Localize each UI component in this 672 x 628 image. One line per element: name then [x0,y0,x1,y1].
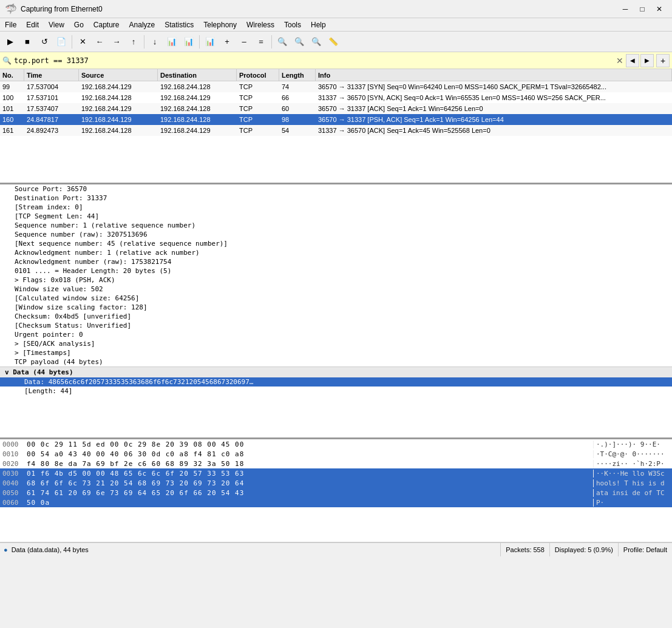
filter-expr-button[interactable]: 🔍 [274,34,290,50]
detail-line[interactable]: v Data (44 bytes) [0,366,672,377]
hex-ascii: P· [593,499,672,507]
restart-capture-button[interactable]: ↺ [36,34,52,50]
filter-add-button[interactable]: + [656,54,670,67]
packet-header-time[interactable]: Time [24,69,79,81]
detail-line[interactable]: [Next sequence number: 45 (relative sequ… [0,239,672,248]
detail-line[interactable]: > [SEQ/ACK analysis] [0,339,672,348]
scroll-end-button[interactable]: ↓ [147,34,163,50]
packet-cell-time: 24.847817 [24,116,79,123]
detail-line[interactable]: Sequence number (raw): 3207513696 [0,230,672,239]
hex-bytes: 50 0a [24,499,593,507]
colorize-button[interactable]: 🔍 [291,34,307,50]
detail-line[interactable]: Checksum: 0x4bd5 [unverified] [0,312,672,321]
packet-row[interactable]: 10017.537101192.168.244.128192.168.244.1… [0,92,672,103]
filter-prev-button[interactable]: ◀ [626,54,639,67]
hex-row[interactable]: 005061 74 61 20 69 6e 73 69 64 65 20 6f … [0,488,672,498]
hex-row[interactable]: 0020f4 80 8e da 7a 69 bf 2e c6 60 68 89 … [0,459,672,468]
packet-cell-protocol: TCP [237,94,279,101]
hex-row[interactable]: 000000 0c 29 11 5d ed 00 0c 29 8e 20 39 … [0,439,672,449]
detail-line[interactable]: [Calculated window size: 64256] [0,294,672,303]
info-button[interactable]: 📏 [325,34,341,50]
packet-cell-length: 60 [279,105,316,112]
packet-cell-length: 98 [279,116,316,123]
next-packet-button[interactable]: = [253,34,269,50]
detail-line[interactable]: Urgent pointer: 0 [0,330,672,339]
status-right: Packets: 558 Displayed: 5 (0.9%) Profile… [500,543,672,556]
forward-button[interactable]: → [109,34,124,50]
hex-ascii: ····zi·· ·`h·2:P· [593,460,672,468]
detail-line[interactable]: [Stream index: 0] [0,203,672,212]
detail-line[interactable]: 0101 .... = Header Length: 20 bytes (5) [0,266,672,275]
status-profile: Profile: Default [618,543,672,556]
menu-item-edit[interactable]: Edit [21,18,44,32]
packet-cell-time: 17.537101 [24,94,79,101]
packet-cell-time: 17.537407 [24,105,79,112]
menu-item-file[interactable]: File [0,18,21,32]
packet-header-info[interactable]: Info [316,69,672,81]
filter-input[interactable] [14,54,614,67]
go-to-packet-button[interactable]: + [219,34,235,50]
menu-item-help[interactable]: Help [306,18,331,32]
scroll-start-button[interactable]: ↑ [126,34,141,50]
back-button[interactable]: ← [92,34,107,50]
detail-line[interactable]: Sequence number: 1 (relative sequence nu… [0,221,672,230]
filter-clear-button[interactable]: ✕ [616,56,623,66]
zoom-out-button[interactable]: 📊 [181,34,197,50]
hex-row[interactable]: 001000 54 a0 43 40 00 40 06 30 0d c0 a8 … [0,449,672,459]
open-file-button[interactable]: 📄 [53,34,69,50]
menu-item-go[interactable]: Go [69,18,89,32]
menu-item-view[interactable]: View [44,18,69,32]
detail-line[interactable]: [Checksum Status: Unverified] [0,321,672,330]
packet-row[interactable]: 16124.892473192.168.244.128192.168.244.1… [0,125,672,136]
close-button[interactable]: ✕ [651,3,667,15]
detail-line[interactable]: TCP payload (44 bytes) [0,357,672,366]
packet-header-protocol[interactable]: Protocol [237,69,279,81]
packet-cell-destination: 192.168.244.128 [158,116,237,123]
hex-row[interactable]: 003001 f6 4b d5 00 00 48 65 6c 6c 6f 20 … [0,468,672,478]
hex-bytes: 01 f6 4b d5 00 00 48 65 6c 6c 6f 20 57 3… [24,470,593,478]
packet-header-length[interactable]: Length [279,69,316,81]
title-left: 🦈 Capturing from Ethernet0 [5,3,103,15]
start-capture-button[interactable]: ▶ [2,34,18,50]
hex-row[interactable]: 004068 6f 6f 6c 73 21 20 54 68 69 73 20 … [0,478,672,488]
detail-line[interactable]: Data: 48656c6c6f2057333535363686f6f6c732… [0,377,672,387]
zoom-in-button[interactable]: 📊 [164,34,180,50]
packet-cell-no: 161 [0,127,24,134]
detail-line[interactable]: > Flags: 0x018 (PSH, ACK) [0,275,672,285]
menu-item-wireless[interactable]: Wireless [242,18,279,32]
detail-line[interactable]: Acknowledgment number (raw): 1753821754 [0,257,672,266]
hex-offset: 0040 [0,479,24,487]
detail-line[interactable]: [Window size scaling factor: 128] [0,303,672,312]
hex-bytes: f4 80 8e da 7a 69 bf 2e c6 60 68 89 32 3… [24,460,593,468]
detail-line[interactable]: Window size value: 502 [0,285,672,294]
packet-cell-source: 192.168.244.128 [79,94,158,101]
detail-line[interactable]: Source Port: 36570 [0,184,672,194]
detail-line[interactable]: Acknowledgment number: 1 (relative ack n… [0,248,672,257]
stop-capture-button[interactable]: ■ [19,34,35,50]
zoom-reset-button[interactable]: 📊 [202,34,218,50]
packet-row[interactable]: 10117.537407192.168.244.129192.168.244.1… [0,103,672,114]
minimize-button[interactable]: ─ [617,3,633,15]
menu-item-tools[interactable]: Tools [279,18,306,32]
detail-line[interactable]: Destination Port: 31337 [0,194,672,203]
packet-row[interactable]: 16024.847817192.168.244.129192.168.244.1… [0,114,672,125]
detail-line[interactable]: [TCP Segment Len: 44] [0,212,672,221]
menu-item-telephony[interactable]: Telephony [199,18,242,32]
packet-list: No.TimeSourceDestinationProtocolLengthIn… [0,69,672,184]
hex-row[interactable]: 006050 0aP· [0,498,672,507]
packet-row[interactable]: 9917.537004192.168.244.129192.168.244.12… [0,81,672,92]
menu-item-capture[interactable]: Capture [89,18,124,32]
close-file-button[interactable]: ✕ [75,34,90,50]
auto-scroll-button[interactable]: 🔍 [308,34,324,50]
prev-packet-button[interactable]: – [236,34,252,50]
filter-next-button[interactable]: ▶ [640,54,654,67]
maximize-button[interactable]: □ [634,3,650,15]
menu-item-analyze[interactable]: Analyze [124,18,160,32]
packet-header-no[interactable]: No. [0,69,24,81]
packet-header-source[interactable]: Source [79,69,158,81]
menu-item-statistics[interactable]: Statistics [160,18,199,32]
detail-line[interactable]: > [Timestamps] [0,348,672,357]
hex-bytes: 00 0c 29 11 5d ed 00 0c 29 8e 20 39 08 0… [24,441,593,448]
packet-header-destination[interactable]: Destination [158,69,237,81]
detail-line[interactable]: [Length: 44] [0,387,672,396]
